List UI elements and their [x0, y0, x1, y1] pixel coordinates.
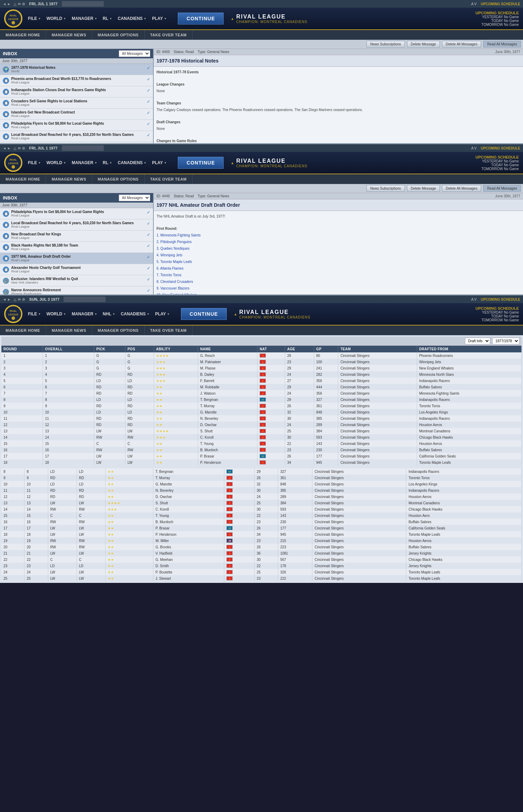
- table-row[interactable]: 14 14 RW RW ★★★ C. Koroll 🍁 30 593 Cinci…: [1, 434, 522, 440]
- inbox2-item-7[interactable]: 🏒 Exclusive: Islanders RW Westfall to Qu…: [0, 275, 153, 286]
- table-row[interactable]: 9 9 RD RD ★★ T. Murray 🍁 26 361 Cincinna…: [1, 475, 522, 481]
- subnav-takeover-2[interactable]: TAKE OVER TEAM: [145, 174, 193, 184]
- subnav-home-1[interactable]: MANAGER HOME: [0, 30, 46, 39]
- subnav-news-3[interactable]: MANAGER NEWS: [46, 325, 92, 335]
- menu-manager-3[interactable]: MANAGER ▼: [72, 312, 97, 316]
- subnav-takeover-3[interactable]: TAKE OVER TEAM: [145, 325, 193, 335]
- inbox2-item-4[interactable]: 📋 Black Hawks Rights Net $8,188 for Team…: [0, 242, 153, 253]
- inbox-item-1-1[interactable]: 🌍 1977-1978 Historical Notes World ✓: [0, 64, 153, 75]
- search-input-3[interactable]: [64, 297, 106, 302]
- inbox-item-1-5[interactable]: 📋 Islanders Get New Broadcast Contract R…: [0, 109, 153, 120]
- delete-all-btn-2[interactable]: Delete All Messages: [442, 185, 481, 192]
- menu-rl-2[interactable]: RL ▼: [103, 160, 112, 165]
- table-row[interactable]: 11 11 RD RD ★★ N. Beverley 🍁 30 385 Cinc…: [1, 487, 522, 493]
- menu-file-3[interactable]: FILE ▼: [28, 312, 41, 316]
- table-row[interactable]: 15 15 C C ★★ T. Young 🍁 22 143 Cincinnat…: [1, 512, 522, 519]
- inbox-item-1-4[interactable]: 📋 Crusaders Sell Game Rights to Local St…: [0, 97, 153, 109]
- menu-manager-1[interactable]: MANAGER ▼: [72, 16, 97, 21]
- menu-play-2[interactable]: PLAY ▼: [152, 160, 167, 165]
- subnav-news-1[interactable]: MANAGER NEWS: [46, 30, 92, 39]
- table-row[interactable]: 13 13 LW LW ★★★★ S. Shutt 🍁 25 384 Cinci…: [1, 500, 522, 506]
- table-row[interactable]: 18 18 LW LW ★★ P. Henderson 🍁 34 945 Cin…: [1, 531, 522, 537]
- draft-season-select[interactable]: 1977/1978: [492, 338, 520, 344]
- inbox2-item-5[interactable]: 📋 1977 NHL Amateur Draft Draft Order Riv…: [0, 253, 153, 264]
- search-input-2[interactable]: [62, 145, 104, 151]
- table-row[interactable]: 5 5 LD LD ★★★ F. Barrett 🍁 27 356 Cincin…: [1, 378, 522, 384]
- settings-icon-1[interactable]: ⚙: [22, 2, 25, 6]
- table-row[interactable]: 16 16 RW RW ★★ B. Murdoch 🍁 23 230 Cinci…: [1, 519, 522, 525]
- settings-icon-3[interactable]: ⚙: [22, 298, 25, 301]
- menu-rl-1[interactable]: RL ▼: [103, 16, 112, 21]
- table-row[interactable]: 20 20 RW RW ★★ G. Brooks 🍁 26 223 Cincin…: [1, 544, 522, 550]
- table-row[interactable]: 18 18 LW LW ★★ P. Henderson 🍁 34 945 Cin…: [1, 459, 522, 466]
- home-icon-1[interactable]: △: [14, 2, 16, 6]
- inbox-item-1-3[interactable]: 📋 Indianapolis Station Closes Deal for R…: [0, 86, 153, 97]
- table-row[interactable]: 25 25 LW LW ★★ J. Stewart 🍁 23 222 Cinci…: [1, 575, 522, 581]
- home-icon-2[interactable]: △: [14, 146, 16, 150]
- back-arrow-2[interactable]: ◄ ►: [3, 146, 11, 150]
- inbox-item-1-2[interactable]: 📋 Phoenix-area Broadcast Deal Worth $13,…: [0, 75, 153, 86]
- table-row[interactable]: 8 8 LD LD ★★ T. Bergman SE 29 327 Cincin…: [1, 396, 522, 403]
- subnav-options-2[interactable]: MANAGER OPTIONS: [92, 174, 145, 184]
- table-row[interactable]: 8 8 LD LD ★★ T. Bergman SE 29 327 Cincin…: [1, 468, 522, 475]
- inbox2-item-8[interactable]: 🏒 Nanne Announces Retirement Phoenix Roa…: [0, 286, 153, 294]
- table-row[interactable]: 19 19 RW RW ★★ W. Miller 🇺🇸 23 215 Cinci…: [1, 537, 522, 544]
- continue-button-2[interactable]: CONTINUE: [178, 157, 224, 169]
- subnav-home-2[interactable]: MANAGER HOME: [0, 174, 46, 184]
- table-row[interactable]: 12 12 RD RD ★★ D. Owchar 🍁 24 289 Cincin…: [1, 493, 522, 500]
- inbox-item-1-7[interactable]: 📋 Local Broadcast Deal Reached for 4 yea…: [0, 131, 153, 142]
- table-row[interactable]: 17 17 LW LW ★★ P. Brasar SE 26 177 Cinci…: [1, 525, 522, 531]
- table-row[interactable]: 3 3 G G ★★★ M. Plasse 🍁 29 241 Cincinnat…: [1, 365, 522, 371]
- news-subscriptions-btn-1[interactable]: News Subscriptions: [366, 41, 405, 47]
- menu-nhl-3[interactable]: NHL ▼: [103, 312, 115, 316]
- continue-button-3[interactable]: CONTINUE: [181, 308, 227, 320]
- home-icon-3[interactable]: △: [14, 298, 16, 301]
- menu-manager-2[interactable]: MANAGER ▼: [72, 160, 97, 165]
- table-row[interactable]: 22 22 C C ★★ G. Meehan 🍁 30 567 Cincinna…: [1, 556, 522, 563]
- table-row[interactable]: 2 2 G G ★★★ M. Palmateer 🍁 23 100 Cincin…: [1, 359, 522, 365]
- table-row[interactable]: 10 10 LD LD ★★ G. Marotte 🍁 32 848 Cinci…: [1, 409, 522, 415]
- table-row[interactable]: 23 23 LD LD ★★ D. Smith 🍁 22 178 Cincinn…: [1, 563, 522, 569]
- table-row[interactable]: 4 4 RD RD ★★★ B. Dailey 🍁 24 282 Cincinn…: [1, 371, 522, 378]
- menu-file-1[interactable]: FILE ▼: [28, 16, 41, 21]
- table-row[interactable]: 15 15 C C ★★ T. Young 🍁 22 143 Cincinnat…: [1, 440, 522, 447]
- table-row[interactable]: 17 17 LW LW ★★ P. Brasar SE 26 177 Cinci…: [1, 453, 522, 459]
- search-input-1[interactable]: [62, 1, 104, 7]
- subnav-options-3[interactable]: MANAGER OPTIONS: [92, 325, 145, 335]
- menu-team-1[interactable]: CANADIENS ▼: [118, 16, 146, 21]
- table-row[interactable]: 21 21 LW LW ★★ V. Hadfield 🍁 36 1081 Cin…: [1, 550, 522, 556]
- inbox2-item-1[interactable]: 📋 Philadelphia Flyers to Get $8,004 for …: [0, 208, 153, 219]
- read-all-btn-1[interactable]: Read All Messages: [483, 41, 521, 47]
- inbox-item-1-6[interactable]: 📋 Philadelphia Flyers to Get $8,004 for …: [0, 120, 153, 131]
- inbox2-item-3[interactable]: 📋 New Broadcast Deal for Kings Rival Lea…: [0, 231, 153, 242]
- menu-team-3[interactable]: CANADIENS ▼: [121, 312, 150, 316]
- table-row[interactable]: 11 11 RD RD ★★ N. Beverley 🍁 30 385 Cinc…: [1, 415, 522, 422]
- news-subscriptions-btn-2[interactable]: News Subscriptions: [366, 185, 405, 192]
- table-row[interactable]: 7 7 RD RD ★★ J. Watson 🍁 24 356 Cincinna…: [1, 390, 522, 396]
- mail-icon-2[interactable]: ✉: [18, 146, 21, 150]
- delete-msg-btn-2[interactable]: Delete Message: [407, 185, 440, 192]
- inbox2-item-2[interactable]: 📋 Local Broadcast Deal Reached for 4 yea…: [0, 219, 153, 231]
- draft-info-select[interactable]: Draft Info: [465, 338, 490, 344]
- continue-button-1[interactable]: CONTINUE: [178, 13, 224, 24]
- table-row[interactable]: 16 16 RW RW ★★ B. Murdoch 🍁 23 230 Cinci…: [1, 447, 522, 453]
- menu-file-2[interactable]: FILE ▼: [28, 160, 41, 165]
- table-row[interactable]: 1 1 G G ★★★★ G. Resch 🍁 28 80 Cincinnati…: [1, 352, 522, 359]
- menu-play-1[interactable]: PLAY ▼: [152, 16, 167, 21]
- table-row[interactable]: 24 24 LW LW ★★ P. Boutette 🍁 25 326 Cinc…: [1, 569, 522, 575]
- table-row[interactable]: 10 10 LD LD ★★ G. Marotte 🍁 32 848 Cinci…: [1, 481, 522, 487]
- table-row[interactable]: 12 12 RD RD ★★ D. Owchar 🍁 24 289 Cincin…: [1, 422, 522, 428]
- back-arrow-3[interactable]: ◄ ►: [3, 298, 11, 301]
- inbox-filter-1[interactable]: All Messages: [119, 50, 150, 57]
- subnav-home-3[interactable]: MANAGER HOME: [0, 325, 46, 335]
- delete-msg-btn-1[interactable]: Delete Message: [407, 41, 440, 47]
- settings-icon-2[interactable]: ⚙: [22, 146, 25, 150]
- menu-world-1[interactable]: WORLD ▼: [46, 16, 66, 21]
- read-all-btn-2[interactable]: Read All Messages: [483, 185, 521, 192]
- table-row[interactable]: 9 9 RD RD ★★ T. Murray 🍁 26 361 Cincinna…: [1, 403, 522, 409]
- inbox-filter-2[interactable]: All Messages: [119, 195, 150, 201]
- delete-all-btn-1[interactable]: Delete All Messages: [442, 41, 481, 47]
- subnav-news-2[interactable]: MANAGER NEWS: [46, 174, 92, 184]
- back-arrow-1[interactable]: ◄ ►: [3, 2, 11, 6]
- menu-team-2[interactable]: CANADIENS ▼: [118, 160, 146, 165]
